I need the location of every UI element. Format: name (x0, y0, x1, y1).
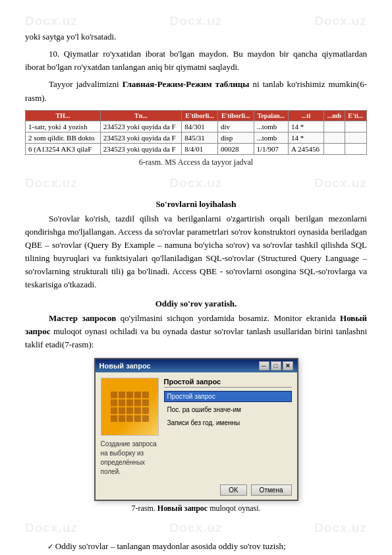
dialog-description: Создание запроса на выборку из определён… (101, 440, 159, 477)
table-caption: 6-rasm. MS Access da tayyor jadval (25, 158, 367, 167)
watermark-mid: Docx.uz Docx.uz Docx.uz (25, 174, 367, 192)
grid-cell (119, 407, 125, 414)
cell: 1/1/907 (254, 143, 289, 154)
section2-bold1: Мастер запросов (49, 313, 116, 323)
maximize-button[interactable]: □ (271, 361, 281, 370)
grid-cell (126, 415, 133, 422)
cell: 234523 yoki quyida da F (100, 132, 182, 143)
cell: 234523 yoki quyida da F (100, 143, 182, 154)
watermark-bottom: Docx.uz Docx.uz Docx.uz (25, 519, 367, 537)
col-header-1: TH... (26, 110, 101, 121)
grid-cell (111, 392, 117, 398)
minimize-button[interactable]: ─ (259, 361, 269, 370)
col-header-3: E'tiborli... (182, 110, 218, 121)
dialog-right-panel: Простой запрос Простой запрос Пос. ра ош… (164, 378, 292, 477)
intro-para1: 10. Qiymatlar ro'yxatidan iborat bo'lgan… (25, 47, 367, 74)
cell: div (217, 121, 254, 132)
cell: 00028 (217, 143, 254, 154)
grid-cell (119, 415, 125, 422)
watermark-logo-3: Docx.uz (314, 14, 367, 28)
ok-button[interactable]: OK (220, 484, 246, 496)
cell: ...tomb (254, 121, 289, 132)
cell (345, 121, 366, 132)
fig7-text: muloqot oynasi. (210, 504, 260, 513)
dialog-right-title: Простой запрос (164, 378, 292, 388)
jadval-table: TH... Tn... E'tiborli... E'tiborli... Te… (25, 110, 367, 155)
cell: disp (217, 132, 254, 143)
dialog-option-1[interactable]: Простой запрос (164, 391, 292, 402)
col-header-4: E'tiborli... (217, 110, 254, 121)
grid-cell (111, 407, 117, 414)
watermark-mid-3: Docx.uz (314, 176, 367, 190)
dialog-titlebar-buttons: ─ □ ✕ (259, 361, 293, 370)
watermark-mid-1: Docx.uz (25, 176, 78, 190)
grid-cell (134, 399, 141, 406)
cell (324, 132, 345, 143)
cell (324, 121, 345, 132)
grid-cell (142, 415, 149, 422)
dialog-title: Новый запрос (99, 362, 151, 370)
close-button[interactable]: ✕ (283, 361, 293, 370)
grid-cell (119, 392, 125, 398)
grid-cell (134, 407, 141, 414)
cell: 6 (A13254 AK3 qilaF (26, 143, 101, 154)
intro-para2: Tayyor jadvalimizni Главная-Режим-Режим … (25, 78, 367, 104)
table-row: 2 som qildir. BB dokto 234523 yoki quyid… (26, 132, 367, 143)
query-icon-block (101, 378, 159, 436)
intro-para2-bold: Главная-Режим-Режим таблицы (123, 79, 250, 89)
col-header-6: ...ti (289, 110, 324, 121)
watermark-mid-2: Docx.uz (170, 176, 223, 190)
dialog-option-2[interactable]: Пос. ра ошибе значе-им (164, 404, 292, 415)
section1-title: So'rovlarni loyihalash (25, 199, 367, 210)
cell: 8/4/01 (182, 143, 218, 154)
cell: 84/301 (182, 121, 218, 132)
cell (324, 143, 345, 154)
bullet-item-1: Oddiy so'rovlar – tanlangan maydonlar as… (45, 540, 367, 553)
dialog-action-buttons: OK Отмена (96, 482, 297, 500)
section2-text1: qo'yilmasini sichqon yordamida bosamiz. … (116, 313, 340, 323)
grid-cell (142, 407, 149, 414)
section2-title: Oddiy so'rov yaratish. (25, 299, 367, 309)
cell (345, 143, 366, 154)
section2-text2: muloqot oynasi ochiladi va bu oynada das… (25, 326, 367, 349)
ms-access-table: TH... Tn... E'tiborli... E'tiborli... Te… (25, 110, 367, 155)
dialog-left-panel: Создание запроса на выборку из определён… (101, 378, 159, 477)
dialog-body: Создание запроса на выборку из определён… (96, 372, 297, 482)
grid-cell (126, 392, 133, 398)
col-header-5: Tepalan... (254, 110, 289, 121)
grid-cell (111, 399, 117, 406)
grid-cell (134, 415, 141, 422)
bullet-list: Oddiy so'rovlar – tanlangan maydonlar as… (45, 540, 367, 553)
col-header-8: E'ti... (345, 110, 366, 121)
dialog-titlebar: Новый запрос ─ □ ✕ (96, 359, 297, 372)
watermark-logo-2: Docx.uz (170, 14, 223, 28)
watermark-bottom-1: Docx.uz (25, 521, 78, 535)
cell: 14 * (289, 132, 324, 143)
section2-intro: Мастер запросов qo'yilmasini sichqon yor… (25, 312, 367, 351)
watermark-bottom-3: Docx.uz (314, 521, 367, 535)
grid-cell (126, 399, 133, 406)
watermark-logo-1: Docx.uz (25, 14, 78, 28)
cell: 845/31 (182, 132, 218, 143)
dialog-screenshot-area: Новый запрос ─ □ ✕ (25, 358, 367, 501)
grid-cell (142, 399, 149, 406)
new-query-dialog: Новый запрос ─ □ ✕ (94, 358, 298, 501)
table-row: 1-satr, yoki 4 yozish 234523 yoki quyida… (26, 121, 367, 132)
cell (345, 132, 366, 143)
grid-cell (126, 407, 133, 414)
cell: 234523 yoki quyida da F (100, 121, 182, 132)
grid-cell (142, 392, 149, 398)
intro-para2-prefix: Tayyor jadvalimizni (49, 79, 123, 89)
fig7-bold: Новый запрос (157, 504, 208, 513)
bullet-text-1: Oddiy so'rovlar – tanlangan maydonlar as… (55, 541, 286, 551)
col-header-2: Tn... (100, 110, 182, 121)
grid-cell (111, 415, 117, 422)
dialog-option-3[interactable]: Записи без год. именны (164, 417, 292, 428)
fig7-caption: 7-rasm. Новый запрос muloqot oynasi. (25, 504, 367, 513)
intro-line1: yoki saytga yo'l ko'rsatadi. (25, 30, 367, 44)
query-icon-grid (111, 392, 149, 422)
cancel-button[interactable]: Отмена (251, 484, 292, 496)
grid-cell (134, 392, 141, 398)
cell: 14 * (289, 121, 324, 132)
cell: 2 som qildir. BB dokto (26, 132, 101, 143)
